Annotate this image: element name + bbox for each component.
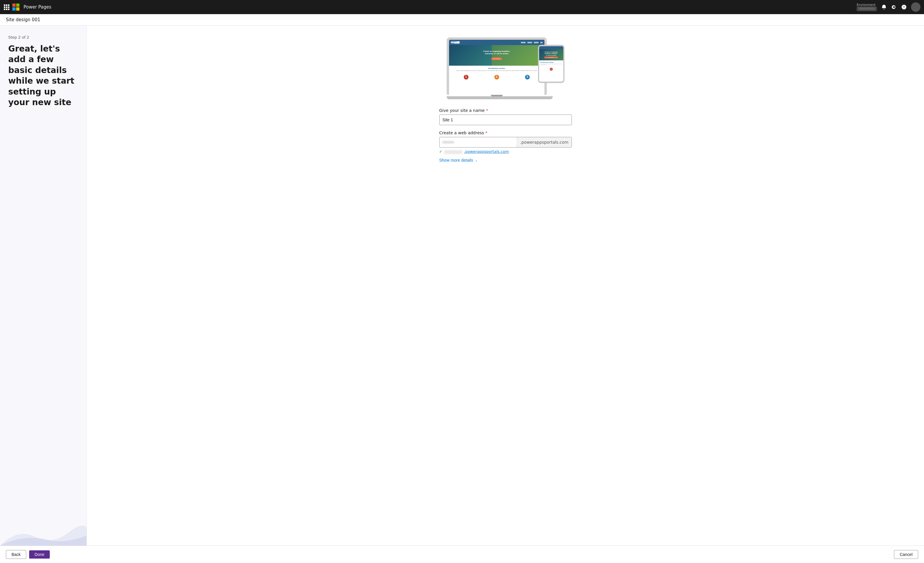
- svg-rect-3: [4, 6, 5, 8]
- main-content: Company name Crea: [87, 26, 924, 546]
- web-address-field: .powerappsportals.com: [440, 137, 572, 147]
- bottom-bar: Back Done Cancel: [0, 546, 924, 563]
- help-icon[interactable]: [901, 4, 907, 10]
- svg-rect-11: [12, 8, 16, 11]
- step-number-1: 1: [464, 75, 468, 80]
- chevron-down-icon: ⌄: [475, 158, 478, 162]
- app-name: Power Pages: [24, 5, 51, 10]
- page-header: Site design 001: [0, 14, 924, 26]
- web-address-suffix: .powerappsportals.com: [517, 137, 571, 147]
- step-number-2: 2: [494, 75, 499, 80]
- environment-value: ••••••••: [856, 6, 877, 11]
- step-indicator: Step 2 of 2: [8, 35, 78, 39]
- main-layout: Step 2 of 2 Great, let's add a few basic…: [0, 26, 924, 546]
- svg-rect-6: [4, 9, 5, 10]
- setup-form: Give your site a name * Create a web add…: [440, 108, 572, 168]
- svg-rect-4: [6, 6, 8, 8]
- done-button[interactable]: Done: [29, 550, 50, 558]
- topnav-right: Environment ••••••••: [856, 2, 921, 12]
- svg-rect-2: [8, 5, 9, 6]
- svg-rect-8: [8, 9, 9, 10]
- checkmark-icon: ✓: [440, 149, 442, 154]
- step-number-3: 3: [525, 75, 530, 80]
- screen-logo: Company name: [451, 41, 460, 44]
- preview-illustration: Company name Crea: [447, 38, 564, 99]
- microsoft-logo: [12, 3, 20, 11]
- svg-rect-1: [6, 5, 8, 6]
- cancel-button[interactable]: Cancel: [894, 550, 918, 559]
- sidebar: Step 2 of 2 Great, let's add a few basic…: [0, 26, 87, 546]
- site-name-group: Give your site a name *: [440, 108, 572, 125]
- validation-url: ••••••••: [444, 149, 462, 154]
- svg-rect-12: [16, 8, 20, 11]
- svg-rect-7: [6, 9, 8, 10]
- mobile-preview: Create an engagingheadline, welcome,or c…: [538, 45, 564, 83]
- show-more-details-button[interactable]: Show more details ⌄: [440, 158, 478, 162]
- top-navigation: Power Pages Environment ••••••••: [0, 0, 924, 14]
- environment-selector[interactable]: Environment ••••••••: [856, 3, 877, 11]
- laptop-preview: Company name Crea: [447, 38, 547, 99]
- page-title: Site design 001: [6, 17, 40, 23]
- svg-rect-0: [4, 5, 5, 6]
- site-name-input[interactable]: [440, 114, 572, 125]
- validation-url-suffix: .powerappsportals.com: [464, 149, 509, 154]
- validation-message: ✓ ••••••••.powerappsportals.com: [440, 149, 572, 154]
- wave-decoration: [0, 492, 87, 546]
- back-button[interactable]: Back: [6, 550, 26, 559]
- notification-icon[interactable]: [881, 4, 887, 10]
- apps-icon[interactable]: [3, 4, 9, 10]
- show-more-details-label: Show more details: [440, 158, 473, 162]
- web-address-label: Create a web address *: [440, 131, 572, 135]
- site-name-label: Give your site a name *: [440, 108, 572, 113]
- environment-label: Environment: [856, 3, 875, 6]
- avatar[interactable]: [911, 2, 921, 12]
- settings-icon[interactable]: [891, 4, 897, 10]
- svg-rect-9: [12, 3, 16, 7]
- svg-rect-5: [8, 6, 9, 8]
- svg-rect-10: [16, 3, 20, 7]
- sidebar-heading: Great, let's add a few basic details whi…: [8, 44, 78, 108]
- web-address-input[interactable]: [440, 140, 517, 144]
- web-address-group: Create a web address * .powerappsportals…: [440, 131, 572, 162]
